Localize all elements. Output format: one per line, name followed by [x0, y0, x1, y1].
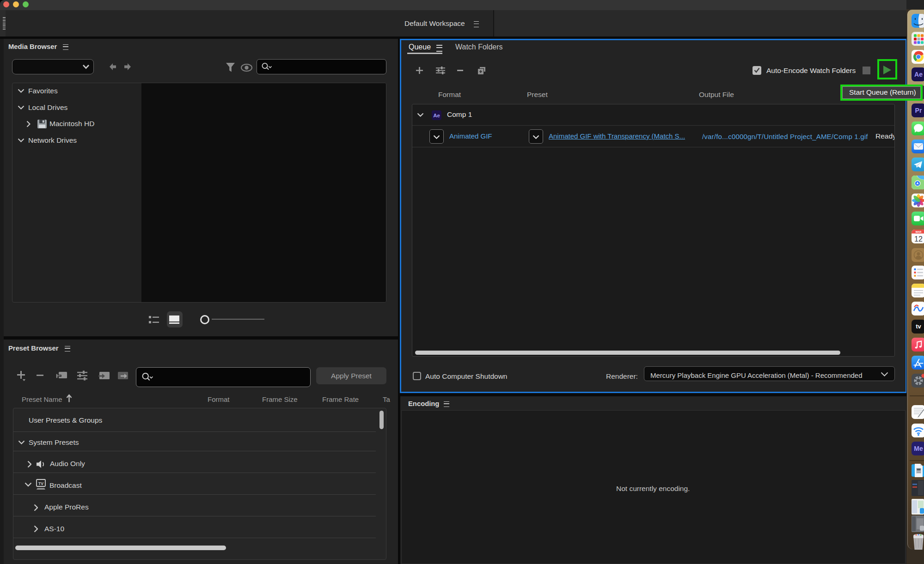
svg-text:MAR: MAR — [916, 230, 922, 233]
svg-text:TV: TV — [38, 481, 43, 486]
svg-text:12: 12 — [914, 235, 923, 243]
